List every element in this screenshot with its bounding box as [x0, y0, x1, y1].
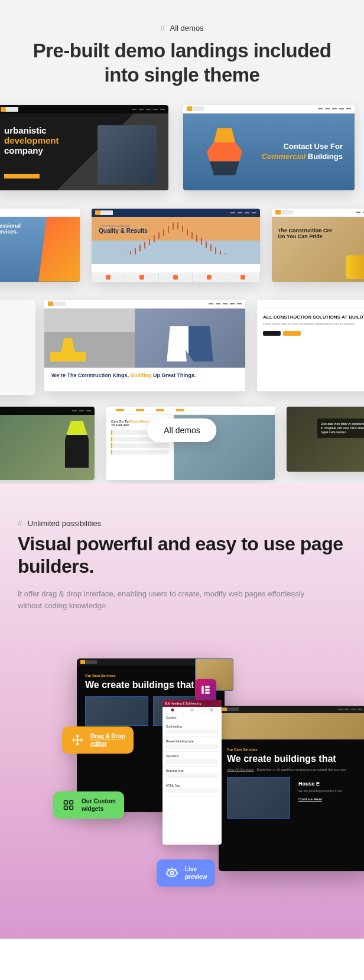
- card-header: [0, 105, 168, 113]
- demo9-line1y: Extra Miles: [130, 420, 149, 423]
- builder-title: We create buildings that: [227, 754, 364, 764]
- pill2-line2: widgets: [82, 806, 103, 812]
- card-body: Committed Superior Quality & Results: [92, 217, 260, 282]
- card-header: [0, 209, 80, 217]
- pill-drag-drop: Drag & Dropeditor: [62, 726, 134, 754]
- builder-header: [219, 706, 364, 713]
- demo5-line2: On You Can Pride: [278, 233, 364, 239]
- card-header: [106, 407, 275, 415]
- svg-rect-0: [202, 686, 203, 694]
- field-label: Separator: [166, 754, 218, 758]
- builders-stage: Our Best Services We create buildings th…: [18, 647, 346, 938]
- demo6-line1o: Building: [130, 372, 151, 378]
- pill1-line2: editor: [90, 741, 107, 747]
- builder-eyebrow: Our Best Services: [227, 748, 364, 751]
- pill-preview: Livepreview: [157, 859, 215, 887]
- card-header: [183, 105, 355, 113]
- card-header: [44, 300, 245, 309]
- eyebrow: // Unlimited possibilities: [18, 519, 346, 528]
- pill-widgets: Our Customwidgets: [53, 791, 124, 819]
- demo-card-8[interactable]: JB FOR: [0, 407, 95, 480]
- pill3-line1: Live: [185, 866, 197, 872]
- pill1-line1: Drag & Drop: [90, 733, 125, 739]
- field-label: Content: [166, 716, 218, 719]
- svg-rect-4: [64, 801, 68, 804]
- elementor-panel[interactable]: Edit Heading & Subheading Content Subhea…: [162, 700, 222, 845]
- card-body: Contact Use For Commercial Buildings: [183, 113, 355, 190]
- demo-card-3[interactable]: re Professional ality Services.: [0, 209, 80, 282]
- card-header: [257, 300, 364, 309]
- worker-graphic: [62, 421, 92, 468]
- demo5-line1: The Construction Cre: [278, 228, 364, 233]
- workers-graphic: [135, 309, 245, 368]
- field-label: HTML Tag: [166, 784, 218, 787]
- placeholder: We are providing assembly of ma: [298, 789, 360, 793]
- demo2-line2b: Buildings: [306, 152, 343, 161]
- demo-card-7[interactable]: ALL CONSTRUCTION SOLUTIONS AT BUILDTA Lo…: [257, 300, 364, 391]
- demo6-line1b: Up Great Things.: [151, 372, 196, 378]
- svg-point-8: [170, 872, 174, 875]
- card-body: The Construction Cre On You Can Pride: [272, 217, 364, 282]
- svg-rect-2: [205, 689, 210, 691]
- hero-row: [44, 309, 245, 368]
- builders-section: // Unlimited possibilities Visual powerf…: [0, 483, 364, 939]
- icon-row: [92, 272, 260, 282]
- builder-sub2: Expertise of all qualified employees pro…: [257, 768, 346, 771]
- placeholder-text: Lorem ipsum dolor sit amet consectetur a…: [263, 322, 364, 326]
- button-row: [263, 331, 364, 336]
- pill3-line2: preview: [185, 874, 207, 880]
- slashes: //: [18, 519, 22, 528]
- worker-graphic: [207, 128, 242, 176]
- demo-card-4[interactable]: Committed Superior Quality & Results: [92, 209, 260, 282]
- bulldozer-graphic: [44, 309, 135, 368]
- roller-graphic: [346, 255, 364, 279]
- demo-image: [98, 125, 157, 184]
- accent-bar: [4, 174, 40, 179]
- svg-rect-7: [70, 806, 73, 810]
- builder-card-front: Our Best Services We create buildings th…: [219, 706, 364, 871]
- svg-rect-3: [205, 692, 210, 694]
- demo-card-9[interactable]: Can Go To Extra Miles To Get Job: [106, 407, 275, 480]
- card-body: Duis aute irure dolor in reprehenderit i…: [287, 407, 364, 472]
- card-header: [272, 209, 364, 217]
- field-input[interactable]: [166, 729, 218, 734]
- demos-section: // All demos Pre-built demo landings inc…: [0, 0, 364, 483]
- field-input[interactable]: [166, 744, 218, 749]
- demo-card-6[interactable]: We're The Construction Kings, Building U…: [44, 300, 245, 391]
- all-demos-button[interactable]: All demos: [147, 418, 216, 442]
- demo-card-5[interactable]: The Construction Cre On You Can Pride: [272, 209, 364, 282]
- field-input[interactable]: [166, 788, 218, 793]
- demo4-title: Quality & Results: [99, 228, 148, 234]
- continue-link[interactable]: Continue Read: [298, 797, 360, 801]
- card-body: JB FOR: [0, 415, 95, 480]
- demo-card-1[interactable]: urbanistic development company: [0, 105, 168, 190]
- section1-heading: Pre-built demo landings included into si…: [0, 33, 364, 105]
- field-input[interactable]: [166, 759, 218, 764]
- slashes: //: [160, 24, 164, 33]
- house-label: House E: [298, 781, 360, 787]
- eye-icon: [165, 866, 179, 880]
- card-body: re Professional ality Services.: [0, 217, 80, 282]
- panel-tabs[interactable]: [162, 707, 222, 713]
- demo-card-2[interactable]: Contact Use For Commercial Buildings: [183, 105, 355, 190]
- demo2-line1: Contact Use For: [262, 142, 343, 151]
- section2-subtitle: It offer drag & drop interface, enabling…: [18, 588, 325, 611]
- eyebrow-text: Unlimited possibilities: [28, 519, 101, 528]
- card-body: ALL CONSTRUCTION SOLUTIONS AT BUILDTA Lo…: [257, 309, 364, 391]
- demo10-text: Duis aute irure dolor in reprehenderit i…: [321, 422, 364, 434]
- move-icon: [70, 733, 84, 747]
- field-label: Subheading: [166, 725, 218, 728]
- view-all-link[interactable]: View All Services: [227, 768, 254, 771]
- elementor-logo-icon: [195, 679, 216, 700]
- eyebrow: // All demos: [0, 24, 364, 33]
- field-input[interactable]: [166, 774, 218, 778]
- panel-header: Edit Heading & Subheading: [162, 700, 222, 707]
- demo3-line2b: Services.: [0, 229, 18, 235]
- demo2-line2a: Commercial: [262, 152, 306, 161]
- demo-card-small-left[interactable]: [0, 300, 35, 395]
- field-label: Reveal heading style: [166, 739, 218, 743]
- svg-rect-6: [64, 806, 68, 810]
- demo-card-10[interactable]: Duis aute irure dolor in reprehenderit i…: [287, 407, 364, 472]
- card-body: urbanistic development company: [0, 113, 168, 190]
- demos-grid: urbanistic development company Contact U…: [0, 105, 364, 483]
